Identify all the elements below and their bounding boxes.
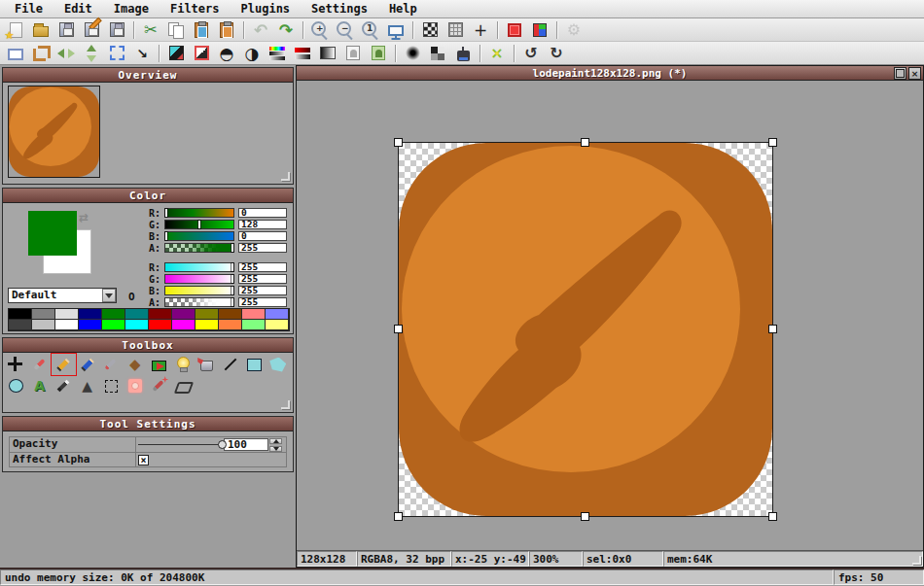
robot-button[interactable] [450, 43, 476, 64]
lighten-button[interactable] [171, 354, 195, 375]
grid-button[interactable] [443, 19, 468, 41]
palette-dropdown-arrow[interactable] [102, 289, 116, 302]
palette-swatch[interactable] [266, 309, 289, 320]
copy-button[interactable] [163, 19, 189, 41]
channel-value[interactable]: 255 [238, 243, 287, 253]
overview-thumbnail[interactable] [8, 86, 100, 178]
canvas-area[interactable] [297, 81, 923, 550]
menu-help[interactable]: Help [378, 1, 428, 17]
palette-swatch[interactable] [195, 320, 219, 330]
foreground-color-swatch[interactable] [28, 211, 77, 256]
channel-slider[interactable] [164, 297, 234, 307]
bucket-button[interactable] [195, 354, 219, 375]
ghost-light-button[interactable] [340, 43, 366, 64]
selection-handle-bottom-left[interactable] [394, 512, 403, 521]
plus-button[interactable]: + [468, 19, 493, 41]
palette-swatch[interactable] [149, 320, 172, 330]
channel-slider[interactable] [164, 274, 234, 284]
palette-swatch[interactable] [219, 320, 242, 330]
brightness-button[interactable]: ◓ [214, 43, 239, 64]
fullscreen-button[interactable] [383, 19, 409, 41]
zoom-out-button[interactable]: − [333, 19, 358, 41]
invert-red-button[interactable] [189, 43, 214, 64]
selection-handle-top-right[interactable] [768, 138, 777, 147]
channel-value[interactable]: 255 [238, 262, 287, 272]
overview-panel-title[interactable]: Overview [3, 68, 293, 83]
crop-button[interactable] [28, 43, 53, 64]
opacity-slider[interactable] [138, 438, 224, 451]
channel-value[interactable]: 255 [238, 286, 287, 295]
toolbox-resize-grip[interactable] [281, 400, 290, 409]
palette-swatch[interactable] [219, 309, 242, 320]
hue-button[interactable] [265, 43, 290, 64]
solid-background-button[interactable] [502, 19, 527, 41]
scale-button[interactable]: ↘ [129, 43, 155, 64]
lasso-button[interactable] [171, 375, 195, 396]
paste-new-button[interactable] [214, 19, 239, 41]
palette-swatch[interactable] [242, 320, 266, 330]
eraser-button[interactable]: ◆ [124, 354, 148, 375]
brush-button[interactable] [99, 354, 124, 375]
zoom-in-button[interactable]: + [307, 19, 333, 41]
sharpen-button[interactable] [425, 43, 450, 64]
menu-image[interactable]: Image [103, 1, 160, 17]
pencil-button[interactable] [52, 354, 76, 375]
palette-dropdown[interactable]: Default [8, 288, 117, 303]
paste-button[interactable] [189, 19, 214, 41]
slider-marker[interactable] [231, 244, 233, 252]
palette-swatch[interactable] [266, 320, 289, 330]
toolbox-panel-title[interactable]: Toolbox [3, 338, 293, 353]
palette-swatch[interactable] [125, 309, 149, 320]
menu-settings[interactable]: Settings [301, 1, 378, 17]
palette-swatch[interactable] [102, 309, 125, 320]
menu-file[interactable]: File [4, 1, 53, 17]
slider-marker[interactable] [165, 209, 167, 217]
magic-wand-button[interactable] [147, 375, 171, 396]
rotate-left-button[interactable]: ↺ [518, 43, 544, 64]
redo-button[interactable]: ↷ [273, 19, 299, 41]
channel-slider[interactable] [164, 243, 234, 253]
slider-marker[interactable] [231, 298, 233, 306]
palette-swatch[interactable] [79, 320, 102, 330]
opacity-slider-knob[interactable] [218, 440, 227, 449]
selection-handle-top-middle[interactable] [581, 138, 589, 147]
slider-marker[interactable] [231, 263, 233, 271]
color-picker-button[interactable] [28, 354, 53, 375]
save-button[interactable] [53, 19, 79, 41]
polygon-button[interactable] [267, 354, 291, 375]
selection-handle-middle-right[interactable] [768, 325, 777, 333]
select-ellipse-button[interactable] [124, 375, 148, 396]
ellipse-button[interactable] [4, 375, 28, 396]
menu-edit[interactable]: Edit [53, 1, 103, 17]
transparency-checker-button[interactable] [417, 19, 443, 41]
channel-slider[interactable] [164, 231, 234, 241]
settings-gear-button[interactable]: ⚙ [561, 19, 586, 41]
ghost-green-button[interactable] [366, 43, 391, 64]
slider-marker[interactable] [165, 232, 167, 240]
channel-slider[interactable] [164, 262, 234, 272]
gradient-map-button[interactable] [315, 43, 340, 64]
palette-swatch[interactable] [172, 309, 195, 320]
selection-handle-middle-left[interactable] [394, 325, 403, 333]
blur-button[interactable] [400, 43, 425, 64]
overview-resize-grip[interactable] [281, 172, 290, 181]
select-rectangle-button[interactable] [99, 375, 124, 396]
palette-swatch[interactable] [242, 309, 266, 320]
palette-swatch[interactable] [149, 309, 172, 320]
flip-horizontal-button[interactable] [53, 43, 79, 64]
canvas-window-titlebar[interactable]: lodepaint128x128.png (*) × [297, 66, 923, 81]
statusbar-resize-grip[interactable] [912, 556, 921, 565]
palette-swatch[interactable] [55, 320, 79, 330]
channel-slider[interactable] [164, 220, 234, 229]
menu-filters[interactable]: Filters [160, 1, 231, 17]
zoom-original-button[interactable]: 1 [358, 19, 383, 41]
palette-swatch[interactable] [9, 320, 32, 330]
channel-value[interactable]: 255 [238, 274, 287, 284]
channel-slider[interactable] [164, 286, 234, 295]
triangle-button[interactable]: ▲ [76, 375, 100, 396]
selection-rect-button[interactable] [3, 43, 28, 64]
undo-button[interactable]: ↶ [248, 19, 273, 41]
palette-swatch[interactable] [32, 320, 55, 330]
maximize-button[interactable] [894, 67, 906, 80]
mesh-button[interactable]: × [484, 43, 510, 64]
